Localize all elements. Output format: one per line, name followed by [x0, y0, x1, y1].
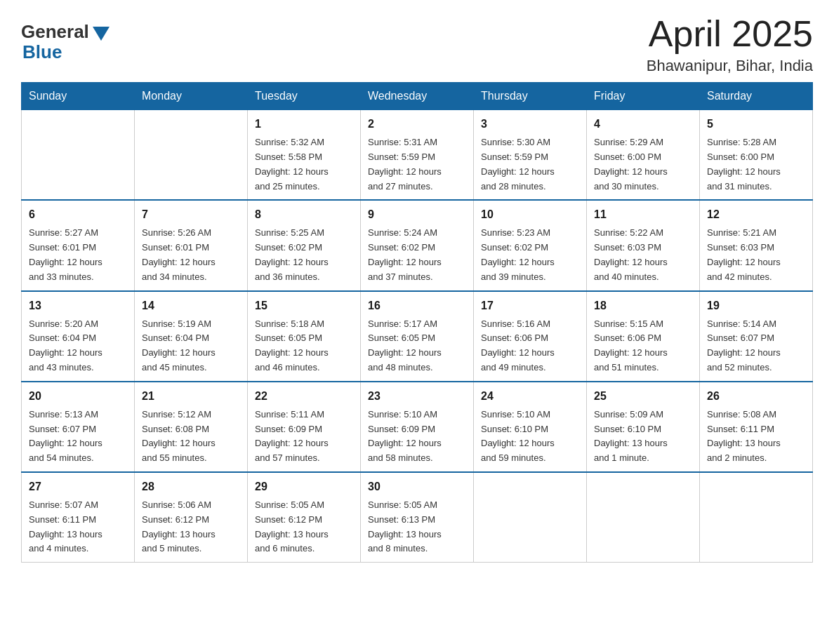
calendar-week-row: 1Sunrise: 5:32 AM Sunset: 5:58 PM Daylig… [22, 110, 813, 201]
logo: General Blue [21, 21, 110, 63]
calendar-cell: 28Sunrise: 5:06 AM Sunset: 6:12 PM Dayli… [135, 472, 248, 563]
calendar-cell: 22Sunrise: 5:11 AM Sunset: 6:09 PM Dayli… [248, 382, 361, 472]
day-number: 13 [29, 297, 127, 314]
logo-triangle-icon [93, 27, 110, 41]
day-info: Sunrise: 5:29 AM Sunset: 6:00 PM Dayligh… [594, 135, 692, 194]
calendar-cell: 23Sunrise: 5:10 AM Sunset: 6:09 PM Dayli… [361, 382, 474, 472]
day-number: 22 [255, 388, 353, 405]
day-number: 7 [142, 206, 240, 223]
day-number: 3 [481, 116, 579, 133]
calendar-cell: 1Sunrise: 5:32 AM Sunset: 5:58 PM Daylig… [248, 110, 361, 201]
calendar-week-row: 6Sunrise: 5:27 AM Sunset: 6:01 PM Daylig… [22, 200, 813, 290]
day-info: Sunrise: 5:12 AM Sunset: 6:08 PM Dayligh… [142, 408, 240, 466]
calendar-cell: 12Sunrise: 5:21 AM Sunset: 6:03 PM Dayli… [700, 200, 813, 290]
day-info: Sunrise: 5:10 AM Sunset: 6:09 PM Dayligh… [368, 408, 466, 466]
calendar-cell: 24Sunrise: 5:10 AM Sunset: 6:10 PM Dayli… [474, 382, 587, 472]
day-info: Sunrise: 5:19 AM Sunset: 6:04 PM Dayligh… [142, 317, 240, 375]
day-number: 11 [594, 206, 692, 223]
calendar-cell: 3Sunrise: 5:30 AM Sunset: 5:59 PM Daylig… [474, 110, 587, 201]
day-number: 30 [368, 478, 466, 495]
logo-general-text: General [21, 21, 89, 43]
day-info: Sunrise: 5:05 AM Sunset: 6:12 PM Dayligh… [255, 498, 353, 556]
day-number: 12 [707, 206, 805, 223]
day-info: Sunrise: 5:26 AM Sunset: 6:01 PM Dayligh… [142, 226, 240, 284]
day-info: Sunrise: 5:11 AM Sunset: 6:09 PM Dayligh… [255, 408, 353, 466]
calendar-header-row: SundayMondayTuesdayWednesdayThursdayFrid… [22, 83, 813, 110]
day-number: 19 [707, 297, 805, 314]
day-info: Sunrise: 5:13 AM Sunset: 6:07 PM Dayligh… [29, 408, 127, 466]
day-number: 23 [368, 388, 466, 405]
day-info: Sunrise: 5:22 AM Sunset: 6:03 PM Dayligh… [594, 226, 692, 284]
calendar-cell: 7Sunrise: 5:26 AM Sunset: 6:01 PM Daylig… [135, 200, 248, 290]
day-number: 24 [481, 388, 579, 405]
header-cell-monday: Monday [135, 83, 248, 110]
day-number: 9 [368, 206, 466, 223]
header-cell-saturday: Saturday [700, 83, 813, 110]
day-number: 26 [707, 388, 805, 405]
day-info: Sunrise: 5:09 AM Sunset: 6:10 PM Dayligh… [594, 408, 692, 466]
calendar-week-row: 13Sunrise: 5:20 AM Sunset: 6:04 PM Dayli… [22, 291, 813, 382]
day-info: Sunrise: 5:15 AM Sunset: 6:06 PM Dayligh… [594, 317, 692, 375]
day-number: 28 [142, 478, 240, 495]
calendar-cell [22, 110, 135, 201]
calendar-week-row: 20Sunrise: 5:13 AM Sunset: 6:07 PM Dayli… [22, 382, 813, 472]
calendar-cell [700, 472, 813, 563]
day-info: Sunrise: 5:23 AM Sunset: 6:02 PM Dayligh… [481, 226, 579, 284]
calendar-cell: 27Sunrise: 5:07 AM Sunset: 6:11 PM Dayli… [22, 472, 135, 563]
day-info: Sunrise: 5:21 AM Sunset: 6:03 PM Dayligh… [707, 226, 805, 284]
day-number: 16 [368, 297, 466, 314]
day-number: 20 [29, 388, 127, 405]
calendar-cell: 25Sunrise: 5:09 AM Sunset: 6:10 PM Dayli… [587, 382, 700, 472]
calendar-cell: 2Sunrise: 5:31 AM Sunset: 5:59 PM Daylig… [361, 110, 474, 201]
day-number: 25 [594, 388, 692, 405]
day-number: 14 [142, 297, 240, 314]
header-cell-tuesday: Tuesday [248, 83, 361, 110]
day-number: 4 [594, 116, 692, 133]
day-number: 17 [481, 297, 579, 314]
calendar-cell: 26Sunrise: 5:08 AM Sunset: 6:11 PM Dayli… [700, 382, 813, 472]
day-info: Sunrise: 5:17 AM Sunset: 6:05 PM Dayligh… [368, 317, 466, 375]
page-header: General Blue April 2025 Bhawanipur, Biha… [21, 14, 813, 75]
day-info: Sunrise: 5:32 AM Sunset: 5:58 PM Dayligh… [255, 135, 353, 194]
day-number: 15 [255, 297, 353, 314]
calendar-cell: 14Sunrise: 5:19 AM Sunset: 6:04 PM Dayli… [135, 291, 248, 382]
calendar-cell: 10Sunrise: 5:23 AM Sunset: 6:02 PM Dayli… [474, 200, 587, 290]
header-cell-friday: Friday [587, 83, 700, 110]
day-info: Sunrise: 5:16 AM Sunset: 6:06 PM Dayligh… [481, 317, 579, 375]
day-number: 2 [368, 116, 466, 133]
header-cell-wednesday: Wednesday [361, 83, 474, 110]
day-info: Sunrise: 5:24 AM Sunset: 6:02 PM Dayligh… [368, 226, 466, 284]
day-info: Sunrise: 5:05 AM Sunset: 6:13 PM Dayligh… [368, 498, 466, 556]
day-info: Sunrise: 5:20 AM Sunset: 6:04 PM Dayligh… [29, 317, 127, 375]
day-info: Sunrise: 5:31 AM Sunset: 5:59 PM Dayligh… [368, 135, 466, 194]
day-number: 1 [255, 116, 353, 133]
day-info: Sunrise: 5:25 AM Sunset: 6:02 PM Dayligh… [255, 226, 353, 284]
calendar-cell [587, 472, 700, 563]
calendar-cell: 30Sunrise: 5:05 AM Sunset: 6:13 PM Dayli… [361, 472, 474, 563]
calendar-cell: 13Sunrise: 5:20 AM Sunset: 6:04 PM Dayli… [22, 291, 135, 382]
day-info: Sunrise: 5:28 AM Sunset: 6:00 PM Dayligh… [707, 135, 805, 194]
calendar-cell: 16Sunrise: 5:17 AM Sunset: 6:05 PM Dayli… [361, 291, 474, 382]
day-number: 10 [481, 206, 579, 223]
day-number: 29 [255, 478, 353, 495]
header-cell-thursday: Thursday [474, 83, 587, 110]
calendar-cell: 11Sunrise: 5:22 AM Sunset: 6:03 PM Dayli… [587, 200, 700, 290]
logo-blue-text: Blue [22, 41, 62, 63]
calendar-cell: 29Sunrise: 5:05 AM Sunset: 6:12 PM Dayli… [248, 472, 361, 563]
day-number: 8 [255, 206, 353, 223]
calendar-cell: 15Sunrise: 5:18 AM Sunset: 6:05 PM Dayli… [248, 291, 361, 382]
day-number: 27 [29, 478, 127, 495]
calendar-table: SundayMondayTuesdayWednesdayThursdayFrid… [21, 82, 813, 563]
day-info: Sunrise: 5:07 AM Sunset: 6:11 PM Dayligh… [29, 498, 127, 556]
calendar-cell: 18Sunrise: 5:15 AM Sunset: 6:06 PM Dayli… [587, 291, 700, 382]
day-info: Sunrise: 5:14 AM Sunset: 6:07 PM Dayligh… [707, 317, 805, 375]
location-text: Bhawanipur, Bihar, India [647, 57, 813, 75]
calendar-cell [135, 110, 248, 201]
day-number: 5 [707, 116, 805, 133]
calendar-week-row: 27Sunrise: 5:07 AM Sunset: 6:11 PM Dayli… [22, 472, 813, 563]
calendar-cell: 17Sunrise: 5:16 AM Sunset: 6:06 PM Dayli… [474, 291, 587, 382]
day-info: Sunrise: 5:30 AM Sunset: 5:59 PM Dayligh… [481, 135, 579, 194]
header-cell-sunday: Sunday [22, 83, 135, 110]
calendar-cell: 6Sunrise: 5:27 AM Sunset: 6:01 PM Daylig… [22, 200, 135, 290]
calendar-cell [474, 472, 587, 563]
